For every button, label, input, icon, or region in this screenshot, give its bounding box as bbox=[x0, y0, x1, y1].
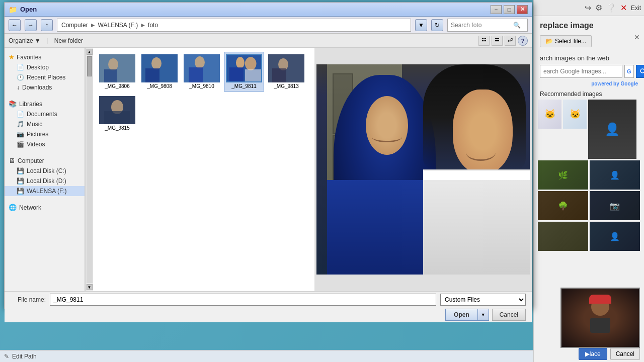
sidebar-item-desktop[interactable]: 📄 Desktop bbox=[5, 62, 85, 72]
file-grid: _MG_9806 _MG_9808 bbox=[93, 48, 314, 291]
up-button[interactable]: ↑ bbox=[41, 19, 53, 31]
filetype-select[interactable]: Custom Files bbox=[440, 294, 526, 306]
recommended-thumb-7[interactable]: 📷 bbox=[590, 191, 640, 220]
libraries-group: 📚 Libraries 📄 Documents 🎵 Music 📷 Pictur… bbox=[5, 99, 85, 149]
cancel-button[interactable]: Cancel bbox=[492, 309, 526, 321]
separator-line: | bbox=[47, 37, 48, 44]
svg-point-3 bbox=[108, 58, 118, 70]
breadcrumb[interactable]: Computer ► WALENSA (F:) ► foto bbox=[57, 19, 411, 32]
scroll-up-button[interactable]: ▲ bbox=[87, 49, 93, 55]
sidebar-item-walensa[interactable]: 💾 WALENSA (F:) bbox=[5, 186, 85, 196]
svg-point-12 bbox=[236, 57, 245, 68]
list-item[interactable]: _MG_9815 bbox=[97, 94, 137, 133]
view-list-button[interactable]: ☰ bbox=[492, 36, 503, 46]
file-thumbnail bbox=[226, 54, 262, 82]
svg-point-9 bbox=[195, 56, 205, 68]
svg-rect-21 bbox=[104, 111, 130, 124]
close-button[interactable]: ✕ bbox=[517, 5, 528, 14]
search-web-title: arch images on the web bbox=[534, 52, 644, 65]
disk-d-icon: 💾 bbox=[17, 177, 24, 185]
left-nav-scrollbar[interactable]: ▲ ▼ bbox=[85, 48, 93, 291]
computer-header[interactable]: 🖥 Computer bbox=[5, 155, 85, 166]
sidebar-item-network[interactable]: 🌐 Network bbox=[5, 202, 85, 213]
replace-button[interactable]: ▶lace bbox=[579, 348, 607, 360]
share-icon[interactable]: ↪ bbox=[585, 3, 591, 13]
breadcrumb-folder: foto bbox=[148, 22, 158, 29]
select-file-button[interactable]: 📂 Select file... bbox=[540, 35, 592, 47]
svg-rect-4 bbox=[104, 69, 117, 82]
sidebar-item-local-d[interactable]: 💾 Local Disk (D:) bbox=[5, 176, 85, 186]
search-box[interactable]: 🔍 bbox=[447, 19, 528, 32]
close-panel-icon[interactable]: ✕ bbox=[620, 3, 627, 13]
scroll-thumb[interactable] bbox=[87, 56, 92, 76]
forward-button[interactable]: → bbox=[25, 19, 37, 31]
list-item[interactable]: _MG_9811 bbox=[224, 52, 264, 92]
view-toggle-button[interactable]: ☷ bbox=[478, 36, 490, 46]
sidebar-item-pictures[interactable]: 📷 Pictures bbox=[5, 129, 85, 139]
music-icon: 🎵 bbox=[17, 121, 24, 128]
recommended-thumb-2[interactable]: 🐱 bbox=[563, 100, 587, 129]
cancel-replace-button[interactable]: Cancel bbox=[610, 348, 640, 360]
sidebar-item-downloads[interactable]: ↓ Downloads bbox=[5, 82, 85, 93]
preview-button[interactable]: ☍ bbox=[505, 36, 516, 46]
new-folder-button[interactable]: New folder bbox=[54, 37, 83, 44]
open-dropdown-button[interactable]: ▼ bbox=[477, 309, 489, 321]
recommended-thumb-6[interactable]: 🌳 bbox=[538, 191, 588, 220]
svg-point-14 bbox=[245, 57, 257, 70]
videos-icon: 🎬 bbox=[17, 141, 24, 148]
list-item[interactable]: _MG_9808 bbox=[139, 52, 180, 92]
photo-woman1-face bbox=[366, 96, 409, 155]
dialog-content: ★ Favorites 📄 Desktop 🕐 Recent Places ↓ … bbox=[5, 48, 532, 291]
recommended-thumb-1[interactable]: 🐱 bbox=[538, 100, 561, 129]
svg-rect-10 bbox=[189, 67, 203, 82]
search-images-input[interactable] bbox=[540, 65, 622, 78]
filename-row: File name: Custom Files bbox=[11, 294, 526, 306]
pencil-icon: ✎ bbox=[4, 353, 9, 360]
libraries-header[interactable]: 📚 Libraries bbox=[5, 99, 85, 109]
replace-image-title: replace image bbox=[534, 16, 644, 33]
recommended-thumb-3[interactable]: 👤 bbox=[588, 100, 636, 159]
scroll-down-button[interactable]: ▼ bbox=[87, 284, 93, 290]
recommended-thumb-4[interactable]: 🌿 bbox=[538, 160, 588, 190]
list-item[interactable]: _MG_9806 bbox=[97, 52, 137, 92]
dropdown-button[interactable]: ▼ bbox=[415, 19, 427, 31]
favorites-header[interactable]: ★ Favorites bbox=[5, 52, 85, 62]
recommended-thumb-5[interactable]: 👤 bbox=[590, 160, 640, 190]
help-icon-right[interactable]: ❔ bbox=[606, 3, 616, 13]
sidebar-item-documents[interactable]: 📄 Documents bbox=[5, 109, 85, 119]
google-search-button[interactable]: G bbox=[624, 65, 634, 78]
filename-input[interactable] bbox=[50, 294, 436, 306]
settings-icon[interactable]: ⚙ bbox=[595, 3, 602, 13]
computer-icon: 🖥 bbox=[9, 157, 15, 164]
dialog-titlebar: 📁 Open – □ ✕ bbox=[5, 3, 532, 17]
svg-rect-13 bbox=[229, 67, 244, 81]
sidebar-item-local-c[interactable]: 💾 Local Disk (C:) bbox=[5, 166, 85, 176]
action-row: Open ▼ Cancel bbox=[11, 309, 526, 321]
help-button[interactable]: ? bbox=[518, 36, 528, 46]
replace-close-icon[interactable]: ✕ bbox=[634, 33, 640, 41]
dialog-title: Open bbox=[20, 6, 491, 13]
refresh-button[interactable]: ↻ bbox=[431, 19, 443, 31]
image-search-button[interactable] bbox=[636, 65, 644, 78]
maximize-button[interactable]: □ bbox=[504, 5, 515, 14]
minimize-button[interactable]: – bbox=[491, 5, 502, 14]
open-button[interactable]: Open bbox=[445, 309, 477, 321]
breadcrumb-arrow-2: ► bbox=[140, 22, 146, 29]
drive-f-icon: 💾 bbox=[17, 188, 24, 195]
recommended-thumb-9[interactable]: 👤 bbox=[590, 222, 640, 251]
organize-button[interactable]: Organize ▼ bbox=[9, 37, 41, 44]
left-nav: ★ Favorites 📄 Desktop 🕐 Recent Places ↓ … bbox=[5, 48, 85, 291]
sidebar-item-videos[interactable]: 🎬 Videos bbox=[5, 139, 85, 149]
list-item[interactable]: _MG_9810 bbox=[182, 52, 222, 92]
sidebar-item-music[interactable]: 🎵 Music bbox=[5, 119, 85, 129]
edit-path-label[interactable]: Edit Path bbox=[12, 353, 37, 360]
list-item[interactable]: _MG_9813 bbox=[266, 52, 306, 92]
recommended-thumb-8[interactable] bbox=[538, 222, 588, 251]
sidebar-item-recent-places[interactable]: 🕐 Recent Places bbox=[5, 72, 85, 82]
organize-arrow-icon: ▼ bbox=[35, 37, 41, 44]
photo-woman1-smile bbox=[372, 132, 401, 142]
search-input[interactable] bbox=[451, 22, 511, 29]
star-icon: ★ bbox=[9, 53, 15, 61]
back-button[interactable]: ← bbox=[9, 19, 21, 31]
exit-label[interactable]: Exit bbox=[631, 5, 641, 12]
